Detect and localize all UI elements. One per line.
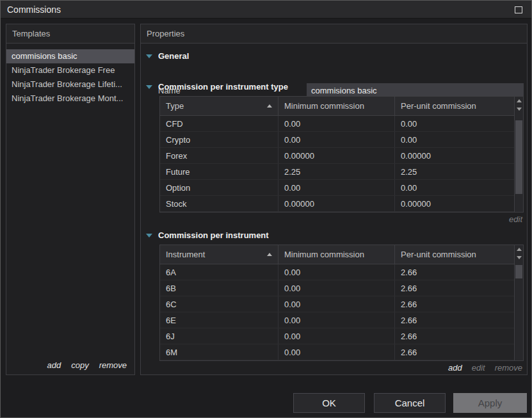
general-section-title: General	[158, 51, 189, 61]
per-instrument-add-link[interactable]: add	[448, 363, 462, 373]
cell-per-unit: 0.00000	[395, 148, 515, 163]
cell-instrument: 6J	[160, 328, 278, 344]
cell-instrument: 6A	[160, 264, 278, 280]
table-row[interactable]: 6C 0.00 2.66	[160, 296, 523, 312]
table-row[interactable]: 6E 0.00 2.66	[160, 312, 523, 328]
cell-type: Stock	[160, 196, 278, 211]
table-row[interactable]: Future 2.25 2.25	[160, 164, 523, 180]
collapse-arrow-icon[interactable]	[146, 234, 152, 237]
cell-minimum: 0.00	[278, 296, 395, 312]
cell-per-unit: 0.00	[395, 180, 515, 195]
templates-panel-title: Templates	[12, 29, 50, 38]
properties-panel-header: Properties	[141, 24, 527, 44]
column-header-instrument-label: Instrument	[166, 250, 205, 259]
cell-minimum: 0.00	[278, 328, 395, 344]
table-row[interactable]: Stock 0.00000 0.00000	[160, 196, 523, 212]
templates-actions: add copy remove	[47, 360, 127, 370]
window-title: Commissions	[7, 4, 61, 15]
templates-add-link[interactable]: add	[47, 360, 61, 370]
titlebar[interactable]: Commissions	[1, 1, 531, 19]
cell-type: Crypto	[160, 132, 278, 147]
templates-panel: Templates commisions basic NinjaTrader B…	[6, 24, 135, 375]
vertical-scrollbar[interactable]	[514, 97, 523, 212]
collapse-arrow-icon[interactable]	[146, 85, 152, 89]
table-row[interactable]: Option 0.00 0.00	[160, 180, 523, 196]
properties-panel-title: Properties	[147, 29, 184, 38]
collapse-arrow-icon[interactable]	[146, 54, 152, 58]
table-row[interactable]: Forex 0.00000 0.00000	[160, 148, 523, 164]
scroll-up-icon[interactable]	[515, 97, 523, 105]
column-header-per-unit-commission[interactable]: Per-unit commission	[395, 245, 515, 264]
per-type-section-title: Commission per instrument type	[158, 82, 288, 92]
template-item-brokerage-free[interactable]: NinjaTrader Brokerage Free	[6, 63, 134, 77]
arrow-down-glyph	[517, 108, 522, 111]
cell-minimum: 0.00	[278, 132, 395, 147]
per-type-table-header: Type Minimum commission Per-unit commiss…	[160, 97, 523, 116]
column-header-instrument[interactable]: Instrument	[160, 245, 278, 264]
cell-per-unit: 2.66	[395, 296, 515, 312]
scroll-up-icon[interactable]	[515, 245, 523, 253]
vertical-scrollbar[interactable]	[514, 245, 523, 360]
cell-minimum: 0.00	[278, 116, 395, 131]
cell-type: CFD	[160, 116, 278, 131]
templates-list: commisions basic NinjaTrader Brokerage F…	[6, 44, 134, 106]
per-type-actions: edit	[509, 214, 522, 224]
per-type-edit-link: edit	[509, 214, 522, 224]
table-row[interactable]: 6B 0.00 2.66	[160, 280, 523, 296]
cell-minimum: 0.00	[278, 312, 395, 328]
per-instrument-section-title: Commission per instrument	[158, 230, 269, 240]
column-header-type[interactable]: Type	[160, 97, 278, 115]
cell-minimum: 0.00000	[278, 148, 395, 163]
scrollbar-thumb[interactable]	[515, 265, 522, 278]
cell-instrument: 6M	[160, 344, 278, 360]
maximize-icon	[515, 6, 522, 13]
ok-button[interactable]: OK	[293, 393, 365, 413]
column-header-minimum-commission[interactable]: Minimum commission	[278, 97, 395, 115]
cell-per-unit: 0.00	[395, 116, 515, 131]
scroll-down-icon[interactable]	[515, 253, 523, 262]
column-header-type-label: Type	[166, 101, 184, 111]
table-row[interactable]: 6M 0.00 2.66	[160, 344, 523, 360]
per-instrument-actions: add edit remove	[448, 363, 522, 373]
per-instrument-section-header: Commission per instrument	[146, 230, 269, 240]
sort-ascending-icon	[267, 104, 272, 108]
cell-per-unit: 2.66	[395, 280, 515, 296]
templates-remove-link[interactable]: remove	[99, 360, 127, 370]
cell-minimum: 0.00	[278, 280, 395, 296]
column-header-minimum-commission[interactable]: Minimum commission	[278, 245, 395, 264]
per-type-section-header: Commission per instrument type	[146, 82, 288, 92]
per-instrument-remove-link: remove	[495, 363, 522, 373]
template-item-brokerage-monthly[interactable]: NinjaTrader Brokerage Mont...	[6, 92, 134, 106]
table-row[interactable]: Crypto 0.00 0.00	[160, 132, 523, 148]
template-item-brokerage-lifetime[interactable]: NinjaTrader Brokerage Lifeti...	[6, 77, 134, 92]
cell-minimum: 0.00	[278, 180, 395, 195]
sort-ascending-icon	[267, 253, 272, 256]
cell-per-unit: 2.66	[395, 328, 515, 344]
maximize-button[interactable]	[512, 4, 526, 15]
apply-button: Apply	[453, 393, 527, 413]
cell-type: Option	[160, 180, 278, 195]
cell-per-unit: 0.00000	[395, 196, 515, 211]
table-row[interactable]: 6A 0.00 2.66	[160, 264, 523, 280]
table-row[interactable]: CFD 0.00 0.00	[160, 116, 523, 132]
scroll-down-icon[interactable]	[515, 105, 523, 113]
cell-instrument: 6E	[160, 312, 278, 328]
column-header-per-unit-commission[interactable]: Per-unit commission	[395, 97, 515, 115]
cell-minimum: 0.00	[278, 344, 395, 360]
table-row[interactable]: 6J 0.00 2.66	[160, 328, 523, 344]
template-item-commisions-basic[interactable]: commisions basic	[6, 49, 134, 63]
cell-per-unit: 0.00	[395, 132, 515, 147]
cell-instrument: 6C	[160, 296, 278, 312]
cell-type: Future	[160, 164, 278, 179]
cell-per-unit: 2.66	[395, 264, 515, 280]
cell-minimum: 2.25	[278, 164, 395, 179]
scrollbar-thumb[interactable]	[515, 120, 522, 194]
name-input[interactable]	[307, 83, 524, 97]
cell-minimum: 0.00	[278, 264, 395, 280]
arrow-up-glyph	[517, 99, 522, 102]
cell-per-unit: 2.25	[395, 164, 515, 179]
templates-copy-link[interactable]: copy	[71, 360, 88, 370]
per-type-table: Type Minimum commission Per-unit commiss…	[159, 96, 524, 213]
cancel-button[interactable]: Cancel	[374, 393, 446, 413]
commissions-window: Commissions Templates commisions basic N…	[0, 0, 532, 418]
